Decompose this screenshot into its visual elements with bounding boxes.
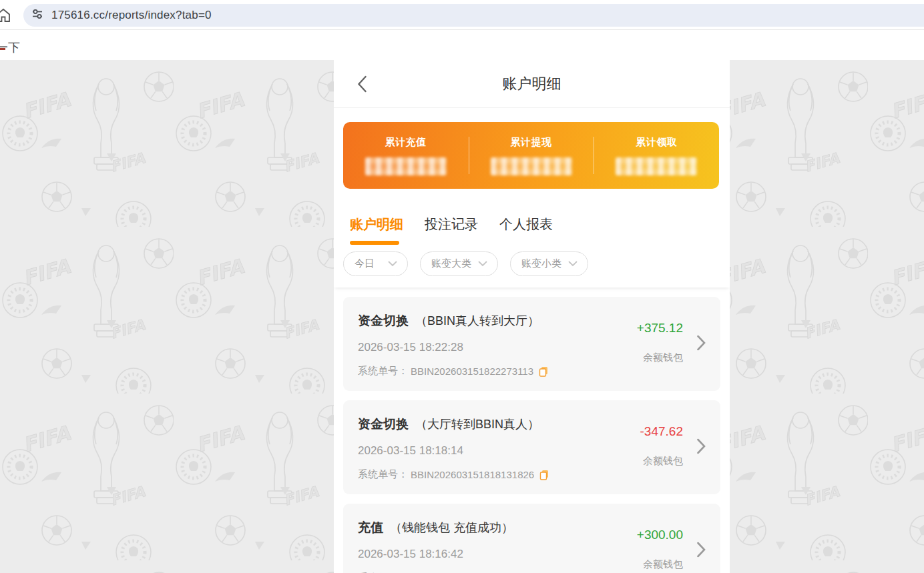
report-tabs: 账户明细 投注记录 个人报表 xyxy=(334,189,730,245)
transaction-amount: +300.00 xyxy=(637,528,683,542)
total-withdrawal-label: 累计提现 xyxy=(511,136,552,149)
order-number-label: 系统单号： xyxy=(358,365,408,378)
transaction-amount: +375.12 xyxy=(637,321,683,336)
transaction-type: 资金切换 xyxy=(358,312,409,330)
total-claimed-label: 累计领取 xyxy=(636,136,677,149)
transaction-amount: -347.62 xyxy=(640,424,683,439)
transaction-detail: （大厅转到BBIN真人） xyxy=(415,416,539,432)
address-bar[interactable]: 175616.cc/reports/index?tab=0 xyxy=(23,4,924,27)
tab-personal-report[interactable]: 个人报表 xyxy=(499,215,553,245)
tab-bet-records[interactable]: 投注记录 xyxy=(425,215,478,245)
clipped-bookmark-label: 一下 xyxy=(0,39,20,55)
order-number: BBIN202603151822273113 xyxy=(411,366,533,377)
total-deposit-value-blurred xyxy=(365,157,447,175)
transaction-type: 充值 xyxy=(358,519,383,536)
chevron-down-icon xyxy=(478,261,487,267)
tab-personal-report-label: 个人报表 xyxy=(499,215,553,233)
filter-date-dropdown[interactable]: 今日 xyxy=(343,251,408,276)
filter-date-label: 今日 xyxy=(355,257,375,270)
total-claimed-value-blurred xyxy=(616,157,697,175)
copy-icon[interactable] xyxy=(539,470,549,480)
total-withdrawal: 累计提现 xyxy=(469,136,594,175)
copy-icon[interactable] xyxy=(539,366,549,377)
transaction-detail: （BBIN真人转到大厅） xyxy=(415,313,539,329)
chevron-right-icon[interactable] xyxy=(697,542,706,560)
tab-bet-records-label: 投注记录 xyxy=(425,215,478,233)
totals-summary-card: 累计充值 累计提现 累计领取 xyxy=(343,122,719,189)
chevron-right-icon[interactable] xyxy=(697,335,706,353)
panel-header: 账户明细 xyxy=(334,60,730,108)
order-number: BBIN202603151818131826 xyxy=(411,469,534,480)
page-viewport: FIFA FIFA xyxy=(0,60,924,573)
tab-account-detail[interactable]: 账户明细 xyxy=(350,215,403,245)
filter-major-category-dropdown[interactable]: 账变大类 xyxy=(420,251,498,276)
chevron-right-icon[interactable] xyxy=(697,438,706,456)
transaction-type: 资金切换 xyxy=(358,416,409,433)
transaction-row[interactable]: 资金切换 （大厅转到BBIN真人） 2026-03-15 18:18:14 系统… xyxy=(343,400,720,494)
page-title: 账户明细 xyxy=(334,60,730,108)
total-claimed: 累计领取 xyxy=(594,136,719,175)
account-detail-panel: 账户明细 累计充值 累计提现 累计领取 账户明细 投注记录 xyxy=(334,60,730,573)
transaction-detail: （钱能钱包 充值成功） xyxy=(390,520,513,536)
home-icon[interactable] xyxy=(0,8,11,25)
site-settings-icon[interactable] xyxy=(31,8,43,23)
filter-minor-category-label: 账变小类 xyxy=(521,257,561,270)
transaction-row[interactable]: 资金切换 （BBIN真人转到大厅） 2026-03-15 18:22:28 系统… xyxy=(343,297,720,391)
chevron-down-icon xyxy=(388,261,397,267)
filter-major-category-label: 账变大类 xyxy=(431,257,471,270)
total-deposit-label: 累计充值 xyxy=(385,136,427,149)
bookmark-strip: 一下 xyxy=(0,31,924,60)
transaction-list: 资金切换 （BBIN真人转到大厅） 2026-03-15 18:22:28 系统… xyxy=(334,288,730,573)
url-text: 175616.cc/reports/index?tab=0 xyxy=(51,9,212,22)
wallet-name: 余额钱包 xyxy=(643,455,683,468)
order-number-label: 系统单号： xyxy=(358,468,408,481)
wallet-name: 余额钱包 xyxy=(643,352,683,364)
total-withdrawal-value-blurred xyxy=(491,157,572,175)
chevron-down-icon xyxy=(568,261,578,267)
total-deposit: 累计充值 xyxy=(343,136,469,175)
transaction-row[interactable]: 充值 （钱能钱包 充值成功） 2026-03-15 18:16:42 系统单号：… xyxy=(343,504,720,573)
filter-bar: 今日 账变大类 账变小类 xyxy=(334,245,730,288)
browser-toolbar: 175616.cc/reports/index?tab=0 xyxy=(0,0,924,30)
wallet-name: 余额钱包 xyxy=(643,558,683,571)
filter-minor-category-dropdown[interactable]: 账变小类 xyxy=(510,251,588,276)
tab-account-detail-label: 账户明细 xyxy=(350,215,403,233)
